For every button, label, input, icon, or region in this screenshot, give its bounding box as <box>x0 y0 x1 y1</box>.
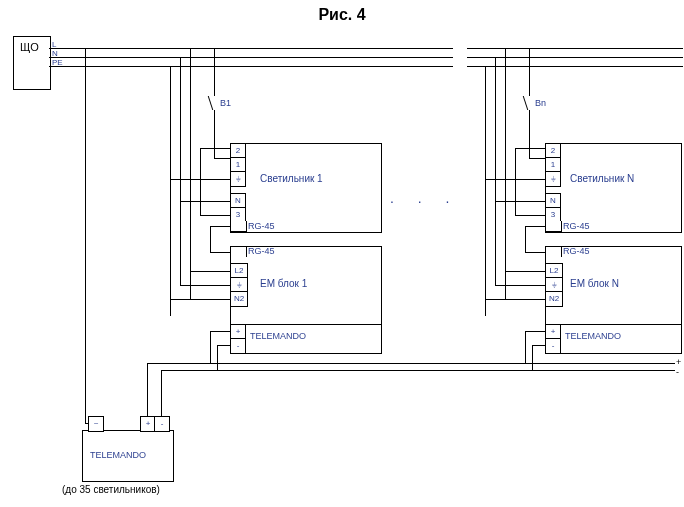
source-label: ЩО <box>20 41 39 53</box>
lamp-box <box>545 143 682 233</box>
unit-group-1: B1 Светильник 1 2 1 ⏚ N 3 RG-45 RG-45 L2… <box>150 48 390 388</box>
em-term-n2: N2 <box>230 291 248 307</box>
em-label: ЕМ блок 1 <box>260 278 307 289</box>
tele-term-minus: - <box>154 416 170 432</box>
tele-term-ac: ~ <box>88 416 104 432</box>
lamp-term-gnd: ⏚ <box>230 171 246 187</box>
lamp-label: Светильник 1 <box>260 173 323 184</box>
ellipsis: . . . <box>390 190 459 206</box>
em-tele-minus: - <box>230 338 246 354</box>
switch-label: B1 <box>220 98 231 108</box>
telemando-note: (до 35 светильников) <box>62 484 160 495</box>
lamp-label: Светильник N <box>570 173 634 184</box>
lamp-rg45: RG-45 <box>248 221 275 231</box>
em-rg45: RG-45 <box>248 246 275 256</box>
lamp-box <box>230 143 382 233</box>
telemando-label: TELEMANDO <box>90 450 146 460</box>
bus-minus-label: - <box>676 367 679 377</box>
unit-group-n: Bn Светильник N 2 1 ⏚ N 3 RG-45 RG-45 L2… <box>465 48 684 388</box>
bus-plus-label: + <box>676 357 681 367</box>
main-drop <box>85 48 86 423</box>
em-tele-label: TELEMANDO <box>250 331 306 341</box>
bus-plus <box>147 363 675 364</box>
figure-title: Рис. 4 <box>0 6 684 24</box>
source-box: ЩО <box>13 36 51 90</box>
bus-minus <box>161 370 675 371</box>
switch-label: Bn <box>535 98 546 108</box>
